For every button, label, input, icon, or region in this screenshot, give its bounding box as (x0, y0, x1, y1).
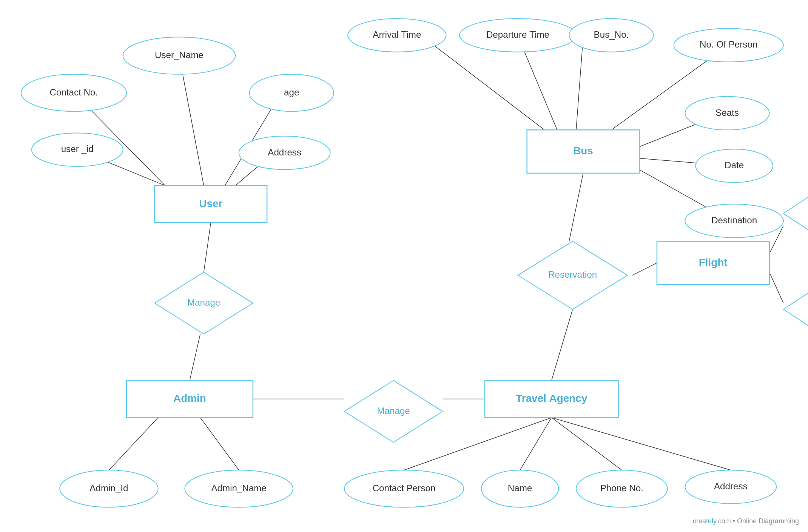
watermark: creately.com • Online Diagramming (693, 517, 799, 525)
er-diagram (0, 0, 808, 532)
